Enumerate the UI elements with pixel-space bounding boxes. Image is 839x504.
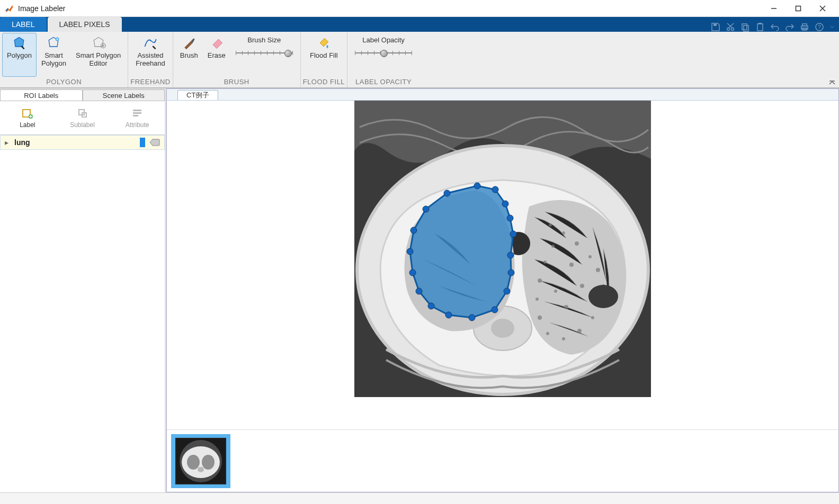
flood-fill-button[interactable]: Flood Fill (305, 33, 343, 77)
brush-size-control: Brush Size (230, 33, 298, 77)
print-icon[interactable] (800, 22, 809, 32)
label-type-icon (149, 139, 160, 146)
svg-line-8 (728, 23, 734, 28)
svg-point-44 (546, 332, 549, 335)
title-bar: Image Labeler (0, 0, 839, 17)
maximize-button[interactable] (786, 0, 810, 17)
svg-point-42 (577, 329, 582, 333)
svg-line-7 (727, 23, 733, 28)
svg-point-46 (535, 298, 539, 301)
svg-point-35 (562, 231, 565, 235)
redo-icon[interactable] (785, 22, 795, 32)
label-opacity-control: Label Opacity (350, 33, 417, 77)
collapse-ribbon-icon[interactable] (828, 80, 836, 85)
smart-polygon-button[interactable]: SmartPolygon (37, 33, 71, 77)
matlab-logo-icon (4, 4, 14, 13)
erase-button[interactable]: Erase (203, 33, 230, 77)
svg-point-37 (588, 255, 592, 258)
svg-point-52 (564, 305, 568, 309)
svg-rect-1 (796, 6, 801, 11)
brush-label: Brush (180, 51, 198, 59)
tab-roi-labels[interactable]: ROI Labels (0, 89, 83, 101)
brush-icon (182, 35, 197, 50)
svg-point-60 (510, 231, 516, 237)
ribbon-group-brush-label: BRUSH (224, 77, 249, 87)
expand-arrow-icon[interactable]: ▸ (5, 138, 11, 147)
ribbon-group-polygon-label: POLYGON (46, 77, 82, 87)
new-label-button[interactable]: Label (0, 101, 55, 134)
left-panel-tabs: ROI Labels Scene Labels (0, 88, 165, 101)
svg-point-5 (727, 28, 730, 31)
erase-icon (209, 35, 224, 50)
work-area: ROI Labels Scene Labels Label Sublabel A… (0, 88, 839, 492)
help-icon[interactable]: ? (815, 22, 824, 32)
thumbnail-selected[interactable] (171, 434, 230, 488)
smart-polygon-label: SmartPolygon (41, 51, 66, 67)
status-bar (0, 492, 839, 504)
label-list: ▸ lung (0, 135, 165, 492)
image-viewport[interactable] (167, 101, 838, 429)
svg-point-73 (444, 190, 450, 196)
window-title: Image Labeler (18, 4, 762, 13)
svg-point-48 (543, 260, 547, 264)
dropdown-icon[interactable] (829, 22, 835, 32)
ribbon-group-floodfill: Flood Fill FLOOD FILL (301, 32, 347, 87)
new-label-icon (22, 107, 33, 119)
brush-size-label: Brush Size (247, 36, 281, 44)
smart-polygon-editor-label: Smart PolygonEditor (76, 51, 121, 67)
svg-point-62 (508, 269, 514, 276)
main-tab-strip: LABEL LABEL PIXELS ? (0, 17, 839, 32)
svg-point-45 (538, 316, 542, 320)
tab-label-pixels[interactable]: LABEL PIXELS (48, 17, 122, 32)
svg-rect-10 (744, 25, 748, 31)
tab-scene-labels[interactable]: Scene Labels (83, 89, 165, 101)
thumbnail-image (176, 439, 225, 483)
ribbon-group-floodfill-label: FLOOD FILL (303, 77, 345, 87)
tab-roi-labels-text: ROI Labels (24, 92, 58, 100)
smart-polygon-icon (46, 35, 61, 50)
brush-size-slider[interactable] (236, 49, 293, 57)
svg-rect-9 (742, 24, 747, 30)
new-label-text: Label (20, 121, 35, 129)
svg-point-72 (423, 206, 429, 212)
smart-polygon-editor-button[interactable]: Smart PolygonEditor (71, 33, 126, 77)
new-attribute-text: Attribute (126, 121, 149, 129)
ct-image (354, 101, 651, 397)
label-opacity-label: Label Opacity (362, 36, 405, 44)
brush-button[interactable]: Brush (175, 33, 203, 77)
close-button[interactable] (810, 0, 835, 17)
label-row-lung[interactable]: ▸ lung (0, 135, 165, 150)
assisted-freehand-icon (143, 35, 158, 50)
undo-icon[interactable] (770, 22, 780, 32)
left-panel-buttons: Label Sublabel Attribute (0, 101, 165, 135)
polygon-label: Polygon (7, 51, 32, 59)
new-attribute-icon (131, 107, 143, 119)
tab-label[interactable]: LABEL (0, 17, 47, 32)
flood-fill-icon (316, 35, 331, 50)
erase-label: Erase (208, 51, 226, 59)
cut-icon[interactable] (726, 22, 735, 32)
svg-point-79 (198, 467, 204, 472)
ribbon-group-polygon: Polygon SmartPolygon Smart PolygonEditor… (0, 32, 128, 87)
ribbon: Polygon SmartPolygon Smart PolygonEditor… (0, 32, 839, 88)
assisted-freehand-button[interactable]: AssistedFreehand (131, 33, 170, 77)
flood-fill-label: Flood Fill (310, 51, 338, 59)
polygon-button[interactable]: Polygon (2, 33, 37, 77)
label-color-swatch[interactable] (140, 138, 145, 147)
save-icon[interactable] (711, 22, 720, 32)
svg-point-56 (474, 183, 480, 189)
svg-point-36 (575, 241, 579, 246)
svg-rect-4 (713, 24, 717, 26)
svg-point-49 (551, 245, 555, 248)
svg-rect-28 (133, 115, 138, 116)
label-opacity-slider[interactable] (355, 49, 412, 57)
new-sublabel-icon (77, 107, 88, 119)
document-tab-text: CT例子 (186, 91, 209, 100)
ribbon-group-opacity: Label Opacity LABEL OPACITY (347, 32, 419, 87)
minimize-button[interactable] (762, 0, 786, 17)
paste-icon[interactable] (755, 22, 765, 32)
document-tab[interactable]: CT例子 (177, 90, 218, 100)
svg-rect-11 (757, 24, 763, 31)
copy-icon[interactable] (740, 22, 750, 32)
svg-point-43 (562, 337, 565, 340)
